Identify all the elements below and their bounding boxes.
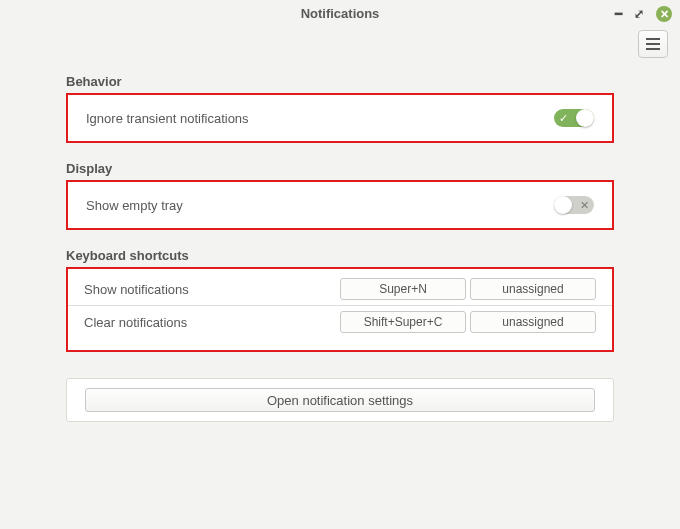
toggle-thumb [554, 196, 572, 214]
shortcuts-section-title: Keyboard shortcuts [66, 248, 614, 263]
close-icon: ✕ [660, 9, 669, 20]
ignore-transient-label: Ignore transient notifications [86, 111, 249, 126]
x-icon: ✕ [580, 196, 589, 214]
behavior-section-title: Behavior [66, 74, 614, 89]
window-controls: ━ ⤢ ✕ [615, 0, 672, 28]
footer: Open notification settings [0, 378, 680, 422]
shortcut-binding[interactable]: unassigned [470, 311, 596, 333]
display-section-title: Display [66, 161, 614, 176]
table-row: Show notifications Super+N unassigned [84, 273, 596, 305]
title-bar: Notifications ━ ⤢ ✕ [0, 0, 680, 28]
open-notification-settings-label: Open notification settings [267, 393, 413, 408]
hamburger-menu-button[interactable] [638, 30, 668, 58]
table-row: Clear notifications Shift+Super+C unassi… [84, 306, 596, 338]
svg-rect-1 [646, 43, 660, 45]
window-title: Notifications [301, 6, 380, 21]
maximize-button[interactable]: ⤢ [634, 8, 644, 20]
open-notification-settings-button[interactable]: Open notification settings [85, 388, 595, 412]
shortcut-binding[interactable]: unassigned [470, 278, 596, 300]
shortcut-binding[interactable]: Shift+Super+C [340, 311, 466, 333]
show-empty-tray-row: Show empty tray ✕ [86, 196, 594, 214]
minimize-button[interactable]: ━ [615, 8, 622, 20]
display-section: Show empty tray ✕ [66, 180, 614, 230]
hamburger-icon [646, 38, 660, 50]
behavior-section: Ignore transient notifications ✓ [66, 93, 614, 143]
ignore-transient-row: Ignore transient notifications ✓ [86, 109, 594, 127]
shortcuts-section: Show notifications Super+N unassigned Cl… [66, 267, 614, 352]
show-empty-tray-toggle[interactable]: ✕ [554, 196, 594, 214]
close-button[interactable]: ✕ [656, 6, 672, 22]
shortcut-label: Clear notifications [84, 315, 340, 330]
show-empty-tray-label: Show empty tray [86, 198, 183, 213]
shortcut-label: Show notifications [84, 282, 340, 297]
svg-rect-0 [646, 38, 660, 40]
toggle-thumb [576, 109, 594, 127]
toolbar [0, 28, 680, 66]
svg-rect-2 [646, 48, 660, 50]
ignore-transient-toggle[interactable]: ✓ [554, 109, 594, 127]
footer-panel: Open notification settings [66, 378, 614, 422]
main-content: Behavior Ignore transient notifications … [0, 74, 680, 352]
check-icon: ✓ [559, 109, 568, 127]
shortcut-binding[interactable]: Super+N [340, 278, 466, 300]
